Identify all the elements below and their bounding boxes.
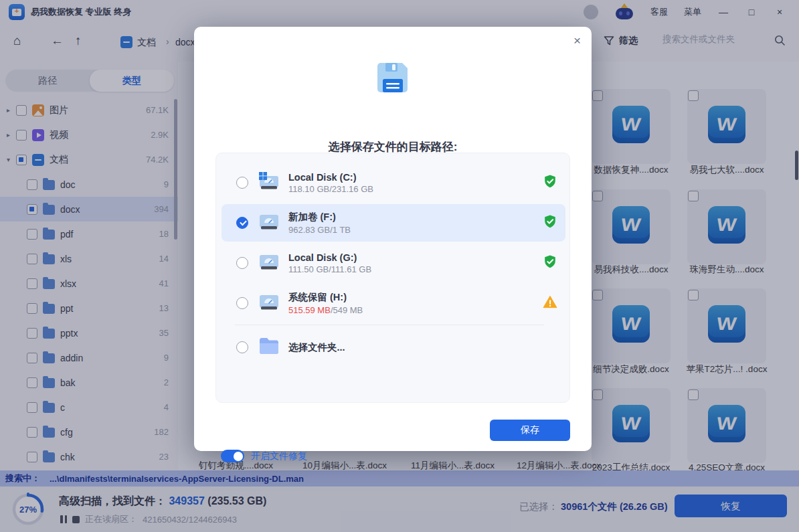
radio-selected[interactable] — [236, 217, 248, 229]
folder-large-icon — [258, 337, 280, 358]
floppy-disk-icon — [374, 59, 412, 96]
save-path-dialog: × 选择保存文件的目标路径: 您有30961个文件(26.26 GB)需要恢复。 — [194, 27, 592, 451]
low-space-value: 515.59 MB — [288, 305, 331, 315]
drive-row-g[interactable]: Local Disk (G:) 111.50 GB/111.61 GB — [221, 244, 565, 282]
file-repair-label: 开启文件修复 — [251, 450, 307, 462]
radio-unselected[interactable] — [236, 341, 248, 353]
radio-unselected[interactable] — [236, 297, 248, 309]
drive-row-h[interactable]: 系统保留 (H:) 515.59 MB/549 MB — [221, 284, 565, 322]
shield-ok-icon — [543, 214, 557, 229]
radio-unselected[interactable] — [236, 177, 248, 189]
drive-icon — [258, 171, 280, 194]
drive-row-f[interactable]: 新加卷 (F:) 962.83 GB/1 TB — [221, 204, 565, 242]
shield-ok-icon — [543, 254, 557, 269]
divider — [235, 325, 544, 325]
radio-unselected[interactable] — [236, 257, 248, 269]
drive-row-c[interactable]: Local Disk (C:) 118.10 GB/231.16 GB — [221, 164, 565, 201]
shield-ok-icon — [543, 174, 557, 189]
drive-list: Local Disk (C:) 118.10 GB/231.16 GB — [215, 153, 570, 403]
app-window: 易我数据恢复 专业版 终身 客服 菜单 — □ × ⌂ ← ↑ 文档 › doc… — [0, 0, 799, 532]
drive-icon — [258, 292, 280, 315]
save-button[interactable]: 保存 — [490, 420, 570, 441]
drive-icon — [258, 211, 280, 234]
file-repair-toggle[interactable] — [221, 450, 244, 462]
warning-icon — [543, 295, 557, 308]
dialog-close-icon[interactable]: × — [573, 33, 581, 48]
choose-folder-row[interactable]: 选择文件夹... — [221, 329, 565, 366]
drive-icon — [258, 252, 280, 274]
